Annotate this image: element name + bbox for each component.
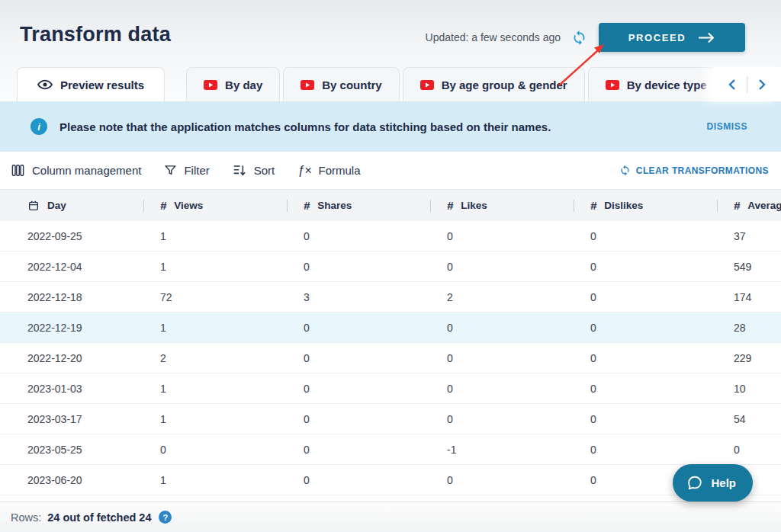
updated-status: Updated: a few seconds ago [426,31,561,43]
table-row[interactable]: 2023-05-2500-100 [0,434,781,465]
page-title: Transform data [20,23,171,46]
cell-likes: 0 [430,221,574,251]
table-row[interactable]: 2022-09-25100037 [0,221,781,252]
cell-views: 1 [143,312,287,342]
transform-toolbar: Column management Filter Sort ƒ× Formula… [0,152,781,189]
column-label: Views [174,200,203,211]
tool-label: Sort [254,164,275,177]
tool-label: Column management [32,164,141,177]
cell-dislikes: 0 [574,404,717,434]
column-header-average[interactable]: # Average [717,190,781,221]
youtube-icon [204,80,217,90]
filter-button[interactable]: Filter [164,164,209,177]
number-icon: # [590,199,596,212]
cell-day: 2022-09-25 [0,221,143,251]
tab-label: Preview results [60,79,144,91]
cell-day: 2022-12-20 [0,343,143,373]
column-label: Shares [317,200,352,211]
sort-icon [233,164,247,177]
cell-average: 549 [717,252,781,281]
info-icon: i [31,118,47,135]
cell-shares: 3 [287,282,430,312]
cell-average: 229 [717,343,781,373]
table-header: Day # Views # Shares # Likes # Dislikes … [0,189,781,221]
header-actions: Updated: a few seconds ago PROCEED [426,23,745,52]
tab-by-age-group-gender[interactable]: By age group & gender [403,67,585,101]
tool-label: Filter [184,164,209,177]
cell-day: 2022-12-19 [0,312,143,342]
cell-views: 1 [143,465,287,495]
arrow-right-icon [698,32,715,43]
tool-label: Formula [319,164,361,177]
cell-day: 2023-01-03 [0,373,143,403]
help-button[interactable]: Help [673,464,753,502]
tab-label: By day [225,79,262,91]
cell-shares: 0 [287,434,430,464]
tab-label: By country [322,79,381,91]
refresh-icon [619,165,631,176]
formula-icon: ƒ× [297,164,311,178]
column-header-likes[interactable]: # Likes [430,190,574,221]
cell-day: 2022-12-04 [0,252,143,281]
banner-message: Please note that the application matches… [59,120,706,133]
cell-dislikes: 0 [574,434,717,464]
tab-by-day[interactable]: By day [186,67,280,101]
column-header-shares[interactable]: # Shares [287,190,430,221]
table-row[interactable]: 2023-03-17100054 [0,404,781,434]
tab-preview-results[interactable]: Preview results [17,67,165,101]
cell-shares: 0 [287,373,430,403]
cell-average: 28 [717,312,781,342]
sort-button[interactable]: Sort [233,164,275,177]
cell-average: 54 [717,404,781,434]
columns-icon [11,163,25,178]
table-row[interactable]: 2023-06-201000 [0,465,781,495]
cell-shares: 0 [287,312,430,342]
question-icon[interactable]: ? [159,511,172,524]
cell-shares: 0 [287,252,430,281]
tab-by-device-type[interactable]: By device type [588,67,725,101]
cell-day: 2023-06-20 [0,465,143,495]
refresh-icon[interactable] [571,29,588,46]
cell-dislikes: 0 [574,373,717,403]
table-row[interactable]: 2022-12-041000549 [0,252,781,282]
footer-bar: Rows: 24 out of fetched 24 ? [0,502,781,532]
dismiss-button[interactable]: DISMISS [706,121,747,132]
cell-shares: 0 [287,343,430,373]
chevron-right-icon[interactable] [747,73,776,96]
calendar-icon [27,200,40,212]
column-label: Likes [461,200,487,211]
column-header-views[interactable]: # Views [143,190,287,221]
column-header-dislikes[interactable]: # Dislikes [574,190,717,221]
cell-views: 1 [143,221,287,251]
cell-average: 10 [717,373,781,403]
youtube-icon [420,80,434,90]
cell-likes: 0 [430,252,574,281]
column-management-button[interactable]: Column management [11,163,141,178]
cell-views: 2 [143,343,287,373]
tab-label: By device type [627,79,707,91]
cell-views: 1 [143,373,287,403]
column-header-day[interactable]: Day [0,190,143,221]
clear-transformations-button[interactable]: CLEAR TRANSFORMATIONS [619,165,769,176]
cell-day: 2022-12-18 [0,282,143,312]
chevron-left-icon[interactable] [718,73,747,96]
cell-dislikes: 0 [574,282,717,312]
tab-by-country[interactable]: By country [283,67,399,101]
proceed-button[interactable]: PROCEED [599,23,745,52]
cell-likes: -1 [430,434,574,464]
cell-dislikes: 0 [574,312,717,342]
preview-table: Day # Views # Shares # Likes # Dislikes … [0,189,781,495]
table-row[interactable]: 2022-12-19100028 [0,312,781,343]
cell-dislikes: 0 [574,343,717,373]
cell-likes: 2 [430,282,574,312]
column-label: Day [47,200,66,211]
table-row[interactable]: 2022-12-202000229 [0,343,781,373]
formula-button[interactable]: ƒ× Formula [297,164,360,178]
cell-average: 37 [717,221,781,251]
youtube-icon [606,80,619,90]
table-row[interactable]: 2022-12-1872320174 [0,282,781,312]
proceed-label: PROCEED [628,32,686,43]
number-icon: # [447,199,453,212]
table-row[interactable]: 2023-01-03100010 [0,373,781,404]
number-icon: # [304,199,310,212]
